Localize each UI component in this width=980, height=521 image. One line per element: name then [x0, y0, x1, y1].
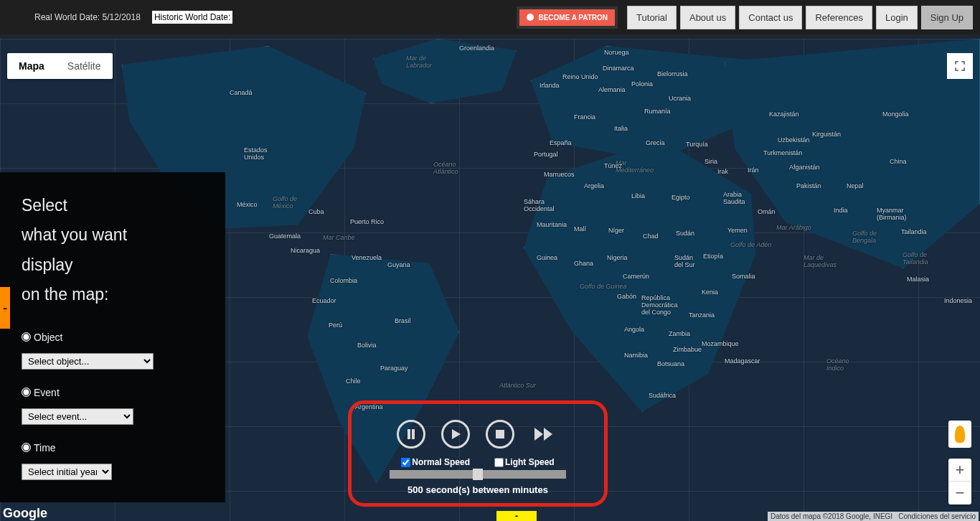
light-speed-label: Light Speed [505, 457, 555, 467]
speed-slider[interactable] [390, 470, 566, 479]
light-speed-option[interactable]: Light Speed [494, 457, 555, 467]
label-golfo-tailandia: Golfo de Tailandia [903, 251, 928, 266]
label-guyana: Guyana [387, 261, 410, 268]
sidebar-panel: Select what you want display on the map:… [0, 172, 225, 502]
stop-button[interactable] [486, 420, 514, 449]
label-ecuador: Ecuador [312, 297, 336, 304]
label-paraguay: Paraguay [380, 365, 408, 372]
label-china: China [890, 158, 907, 165]
label-object: Object [34, 332, 62, 343]
label-caribe: Mar Caribe [323, 234, 355, 241]
nav-contact[interactable]: Contact us [739, 6, 802, 29]
row-object: Object [22, 332, 204, 343]
radio-time[interactable] [22, 443, 31, 452]
label-kazajistan: Kazajistán [769, 111, 799, 118]
label-mexico: México [237, 201, 258, 208]
label-guatemala: Guatemala [269, 233, 301, 240]
pegman-button[interactable] [948, 421, 971, 448]
label-chad: Chad [643, 233, 659, 240]
label-puerto-rico: Puerto Rico [350, 218, 384, 225]
label-arabia: Arabia Saudita [723, 191, 745, 205]
map-type-satellite[interactable]: Satélite [56, 53, 113, 79]
radio-object[interactable] [22, 332, 31, 342]
label-cuba: Cuba [308, 208, 324, 215]
select-object[interactable]: Select object... [22, 353, 154, 370]
fullscreen-button[interactable] [947, 53, 973, 79]
yellow-chip[interactable]: - [496, 511, 537, 521]
label-rumania: Rumanía [644, 108, 671, 115]
label-nicaragua: Nicaragua [291, 247, 320, 254]
label-etiopia: Etiopía [703, 253, 723, 260]
label-zambia: Zambia [669, 330, 690, 337]
label-aden: Golfo de Adén [730, 241, 771, 248]
zoom-out-button[interactable]: − [948, 482, 971, 504]
radio-event[interactable] [22, 388, 31, 397]
label-myanmar: Myanmar (Birmania) [877, 207, 907, 221]
label-dinamarca: Dinamarca [603, 65, 634, 72]
become-patron-label: BECOME A PATRON [538, 14, 608, 22]
label-kirguistan: Kirguistán [812, 131, 841, 138]
stop-icon [495, 429, 505, 439]
pause-button[interactable] [397, 420, 425, 449]
real-date-label: Real World Date: 5/12/2018 [34, 12, 141, 22]
label-namibia: Namibia [624, 352, 648, 359]
label-india: India [834, 207, 848, 214]
play-icon [450, 428, 461, 440]
label-golfo-guinea: Golfo de Guinea [580, 283, 627, 290]
label-alemania: Alemania [598, 86, 626, 93]
nav-references[interactable]: References [806, 6, 872, 29]
pause-icon [405, 428, 417, 440]
label-time: Time [34, 442, 56, 454]
label-bielorrusia: Bielorrusia [657, 70, 688, 78]
zoom-in-button[interactable]: + [948, 459, 971, 482]
map-type-map[interactable]: Mapa [7, 53, 56, 79]
label-guinea: Guinea [537, 254, 557, 261]
nav-login[interactable]: Login [876, 6, 918, 29]
playback-panel: Normal Speed Light Speed 500 second(s) b… [348, 400, 608, 507]
play-button[interactable] [441, 420, 470, 449]
speed-slider-thumb[interactable] [473, 469, 483, 480]
sidebar-collapse-button[interactable]: - [0, 287, 10, 329]
label-mongolia: Mongolia [882, 111, 909, 118]
label-golfo-mexico: Golfo de México [273, 195, 297, 210]
nav-signup[interactable]: Sign Up [921, 6, 973, 29]
label-us: Estados Unidos [244, 146, 268, 161]
label-rdc: República Democrática del Congo [641, 294, 678, 316]
label-labrador: Mar de Labrador [406, 55, 432, 69]
label-ghana: Ghana [574, 260, 593, 267]
label-colombia: Colombia [330, 277, 357, 284]
normal-speed-checkbox[interactable] [401, 458, 410, 467]
top-bar: Real World Date: 5/12/2018 Historic Worl… [0, 0, 980, 34]
nav-tutorial[interactable]: Tutorial [627, 6, 677, 29]
label-pakistan: Pakistán [796, 182, 821, 189]
fast-forward-button[interactable] [530, 420, 559, 449]
label-nepal: Nepal [847, 182, 864, 189]
normal-speed-label: Normal Speed [412, 457, 470, 467]
become-patron-button[interactable]: BECOME A PATRON [517, 6, 618, 29]
credit-terms[interactable]: Condiciones del servicio [898, 512, 976, 520]
nav-about[interactable]: About us [680, 6, 735, 29]
row-time: Time [22, 442, 204, 454]
label-francia: Francia [574, 113, 595, 121]
label-camerun: Camerún [623, 273, 649, 280]
label-yemen: Yemen [727, 227, 748, 234]
label-peru: Perú [329, 321, 342, 329]
normal-speed-option[interactable]: Normal Speed [401, 457, 470, 467]
label-oman: Omán [758, 208, 776, 215]
google-logo: Google [3, 506, 47, 521]
label-uk: Reino Unido [562, 73, 598, 80]
credit-data[interactable]: Datos del mapa ©2018 Google, INEGI [771, 512, 892, 520]
label-laquedivas: Mar de Laquedivas [804, 254, 837, 268]
label-atl-sur: Atlántico Sur [499, 382, 536, 389]
label-egipto: Egipto [672, 194, 690, 201]
select-time[interactable]: Select initial year... [22, 464, 112, 480]
svg-marker-2 [452, 429, 461, 439]
label-nigeria: Nigeria [607, 254, 628, 261]
zoom-control: + − [948, 459, 971, 504]
historic-date-label: Historic World Date: [152, 11, 232, 24]
light-speed-checkbox[interactable] [494, 458, 504, 467]
fullscreen-icon [953, 60, 966, 72]
label-somalia: Somalia [732, 273, 755, 280]
label-niger: Níger [608, 227, 624, 234]
select-event[interactable]: Select event... [22, 408, 133, 425]
